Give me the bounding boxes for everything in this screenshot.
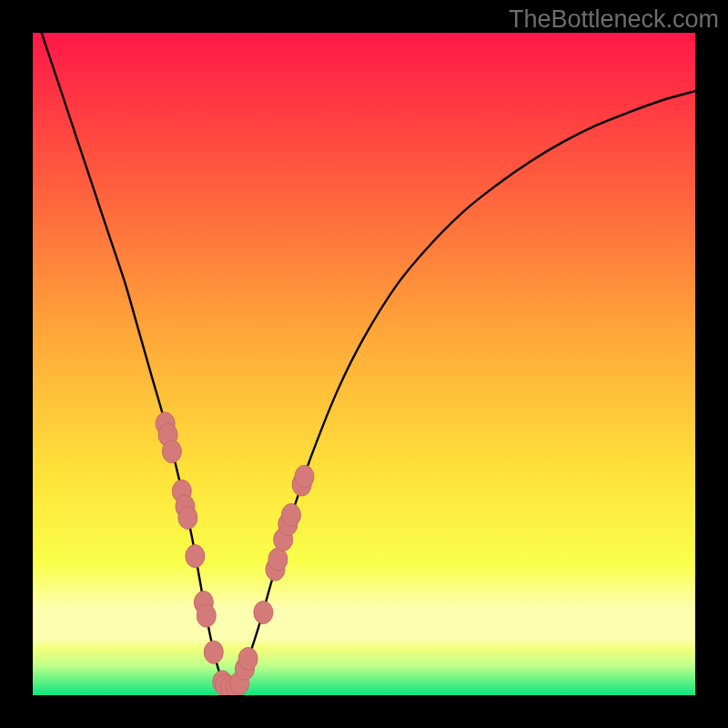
gradient-background bbox=[33, 33, 695, 695]
watermark-text: TheBottleneck.com bbox=[509, 5, 719, 34]
curve-marker bbox=[238, 647, 258, 670]
curve-marker bbox=[254, 602, 273, 624]
curve-marker bbox=[186, 545, 205, 568]
curve-marker bbox=[162, 440, 181, 463]
curve-marker bbox=[295, 465, 314, 488]
chart-svg bbox=[33, 33, 695, 695]
curve-marker bbox=[197, 604, 216, 627]
plot-area bbox=[33, 33, 695, 695]
curve-marker bbox=[268, 548, 288, 571]
curve-marker bbox=[281, 503, 300, 526]
curve-marker bbox=[204, 641, 223, 663]
chart-frame: TheBottleneck.com bbox=[0, 0, 728, 728]
curve-marker bbox=[178, 506, 197, 529]
